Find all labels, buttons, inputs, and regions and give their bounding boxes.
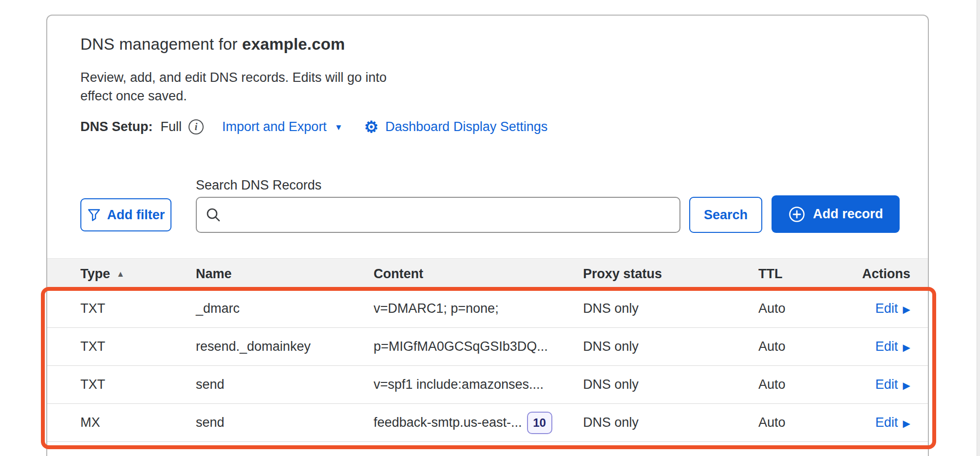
edit-record-button[interactable]: Edit▶ <box>875 415 910 430</box>
edit-label: Edit <box>875 301 898 316</box>
table-row-send-mx: MX send feedback-smtp.us-east-... 10 DNS… <box>47 403 928 441</box>
dns-records-table: Type ▲ Name Content Proxy status TTL Act… <box>47 258 928 442</box>
page-title-prefix: DNS management for <box>80 35 242 53</box>
search-icon <box>206 207 221 223</box>
cell-ttl: Auto <box>758 339 856 354</box>
import-export-button[interactable]: Import and Export ▼ <box>222 119 342 134</box>
edit-label: Edit <box>875 415 898 430</box>
dns-setup-value: Full <box>161 119 182 134</box>
cell-type: TXT <box>47 377 196 392</box>
dns-management-card: DNS management for example.com Review, a… <box>46 15 929 456</box>
dns-setup-row: DNS Setup: Full i Import and Export ▼ ⚙ … <box>80 119 547 135</box>
cell-name: send <box>196 415 374 430</box>
search-records-label: Search DNS Records <box>196 178 321 193</box>
cell-type: TXT <box>47 301 196 316</box>
cell-proxy-status: DNS only <box>583 415 758 430</box>
add-filter-label: Add filter <box>107 208 165 223</box>
cell-ttl: Auto <box>758 377 856 392</box>
dns-setup-label: DNS Setup: <box>80 119 153 134</box>
table-row-dmarc: TXT _dmarc v=DMARC1; p=none; DNS only Au… <box>47 289 928 327</box>
column-header-name[interactable]: Name <box>196 266 374 282</box>
search-input-wrapper <box>196 197 680 233</box>
table-row-send-txt: TXT send v=spf1 include:amazonses.... DN… <box>47 365 928 403</box>
cell-name: send <box>196 377 374 392</box>
dashboard-display-settings-link[interactable]: ⚙ Dashboard Display Settings <box>364 119 547 135</box>
cell-type: MX <box>47 415 196 430</box>
edit-record-button[interactable]: Edit▶ <box>875 377 910 392</box>
column-header-type-label: Type <box>80 266 110 282</box>
cell-proxy-status: DNS only <box>583 339 758 354</box>
cell-name: resend._domainkey <box>196 339 374 354</box>
info-icon-glyph: i <box>195 121 198 133</box>
dashboard-display-settings-label: Dashboard Display Settings <box>385 119 547 134</box>
cell-proxy-status: DNS only <box>583 301 758 316</box>
column-header-actions: Actions <box>856 266 928 282</box>
column-header-content[interactable]: Content <box>374 266 583 282</box>
search-button[interactable]: Search <box>689 197 762 233</box>
column-header-type[interactable]: Type ▲ <box>47 266 196 282</box>
page-description: Review, add, and edit DNS records. Edits… <box>80 68 404 106</box>
gear-icon: ⚙ <box>364 119 378 135</box>
dns-management-page: DNS management for example.com Review, a… <box>0 0 980 456</box>
page-edge-strip <box>977 0 980 456</box>
cell-ttl: Auto <box>758 415 856 430</box>
cell-content: feedback-smtp.us-east-... <box>374 415 522 430</box>
import-export-label: Import and Export <box>222 119 327 134</box>
page-title: DNS management for example.com <box>80 35 345 54</box>
chevron-right-icon: ▶ <box>903 418 910 429</box>
chevron-right-icon: ▶ <box>903 342 910 353</box>
edit-record-button[interactable]: Edit▶ <box>875 339 910 354</box>
edit-record-button[interactable]: Edit▶ <box>875 301 910 316</box>
cell-content: v=spf1 include:amazonses.... <box>374 377 544 392</box>
cell-content: p=MIGfMA0GCSqGSIb3DQ... <box>374 339 548 354</box>
mx-priority-badge: 10 <box>527 412 552 434</box>
add-record-button[interactable]: Add record <box>772 195 900 233</box>
search-input[interactable] <box>227 208 671 223</box>
caret-down-icon: ▼ <box>335 123 343 133</box>
info-icon[interactable]: i <box>188 119 204 134</box>
edit-label: Edit <box>875 377 898 392</box>
column-header-ttl[interactable]: TTL <box>758 266 856 282</box>
plus-circle-icon <box>788 206 806 223</box>
column-header-proxy-status[interactable]: Proxy status <box>583 266 758 282</box>
cell-type: TXT <box>47 339 196 354</box>
sort-asc-icon: ▲ <box>116 269 125 279</box>
filter-funnel-icon <box>87 208 101 222</box>
cell-content: v=DMARC1; p=none; <box>374 301 499 316</box>
chevron-right-icon: ▶ <box>903 380 910 391</box>
cell-name: _dmarc <box>196 301 374 316</box>
edit-label: Edit <box>875 339 898 354</box>
chevron-right-icon: ▶ <box>903 304 910 315</box>
cell-proxy-status: DNS only <box>583 377 758 392</box>
cell-ttl: Auto <box>758 301 856 316</box>
add-record-label: Add record <box>813 207 883 222</box>
domain-name: example.com <box>242 35 345 53</box>
table-row-domainkey: TXT resend._domainkey p=MIGfMA0GCSqGSIb3… <box>47 327 928 365</box>
add-filter-button[interactable]: Add filter <box>80 198 171 231</box>
table-header-row: Type ▲ Name Content Proxy status TTL Act… <box>47 258 928 289</box>
